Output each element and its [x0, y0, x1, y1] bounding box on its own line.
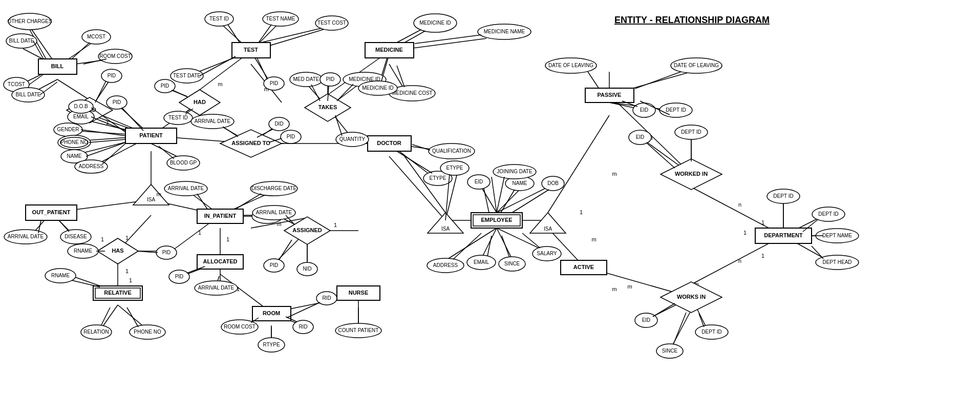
attr-pid-assigned-label: PID — [270, 262, 279, 268]
svg-line-130 — [95, 81, 106, 102]
attr-etype-doctor-label: ETYPE — [430, 175, 446, 181]
svg-line-179 — [484, 189, 489, 213]
attr-address-patient-label: ADDRESS — [79, 163, 104, 169]
entity-doctor-label: DOCTOR — [377, 140, 401, 146]
svg-text:1: 1 — [198, 230, 201, 236]
attr-arrival-date-out-label: ARRIVAL DATE — [8, 234, 44, 239]
svg-line-141 — [228, 25, 240, 43]
entity-room-label: ROOM — [263, 310, 280, 316]
attr-blood-gp-label: BLOOD GP — [170, 160, 197, 166]
svg-line-126 — [72, 43, 90, 59]
attr-eid-works-in-label: EID — [642, 317, 651, 323]
attr-etype-employee-label: ETYPE — [446, 165, 463, 171]
entity-department-label: DEPARTMENT — [764, 232, 803, 238]
relationship-assigned-to-label: ASSIGNED TO — [231, 140, 270, 146]
svg-text:1: 1 — [334, 222, 337, 228]
svg-text:1: 1 — [125, 235, 129, 241]
attr-pid-takes-label: PID — [326, 76, 335, 82]
attr-med-date-label: MED DATE — [293, 76, 319, 82]
attr-dept-name-label: DEPT NAME — [822, 233, 852, 238]
attr-dept-id-works-in-label: DEPT ID — [701, 329, 721, 335]
svg-text:1: 1 — [125, 268, 129, 274]
svg-line-135 — [86, 142, 125, 156]
attr-pid-has-label: PID — [162, 250, 171, 255]
attr-dob-label: D.O.B — [74, 104, 88, 109]
svg-text:n: n — [738, 258, 741, 264]
diagram-title: ENTITY - RELATIONSHIP DIAGRAM — [614, 15, 770, 25]
er-diagram-container: ENTITY - RELATIONSHIP DIAGRAM 1 n m m — [0, 0, 980, 411]
svg-line-5 — [57, 79, 90, 100]
attr-bill-date-bottom-label: BILL DATE — [16, 92, 41, 97]
svg-line-186 — [497, 177, 504, 213]
attr-joining-date-label: JOINING DATE — [497, 169, 532, 174]
attr-name-patient-label: NAME — [67, 153, 82, 159]
isa-emp1-label: ISA — [441, 226, 450, 232]
svg-line-133 — [81, 130, 125, 136]
svg-text:m: m — [218, 81, 222, 87]
entity-nurse-label: NURSE — [349, 290, 369, 296]
entity-medicine-label: MEDICINE — [375, 47, 403, 53]
attr-salary-label: SALARY — [537, 251, 557, 256]
attr-rname-has-label: RNAME — [74, 248, 92, 254]
svg-text:1: 1 — [101, 236, 104, 242]
relationship-assigned-label: ASSIGNED — [292, 227, 322, 233]
svg-line-167 — [218, 276, 219, 281]
entity-patient-label: PATIENT — [139, 132, 163, 138]
entity-employee-label: EMPLOYEE — [481, 217, 512, 223]
attr-phone-no-label: PHONE NO — [60, 139, 88, 145]
attr-arrival-date-in-label: ARRIVAL DATE — [168, 186, 204, 191]
svg-line-198 — [653, 303, 675, 317]
svg-line-161 — [197, 194, 207, 209]
attr-nid-label: NID — [303, 266, 311, 272]
relationship-works-in-label: WORKS IN — [677, 294, 706, 300]
attr-rname-relative-label: RNAME — [51, 273, 70, 278]
entity-test-label: TEST — [244, 47, 258, 53]
svg-line-146 — [311, 85, 320, 101]
relationship-worked-in-label: WORKED IN — [675, 171, 708, 177]
attr-rid-room-label: RID — [299, 324, 307, 330]
attr-arrival-date-allocated-label: ARRIVAL DATE — [198, 285, 235, 291]
attr-eid-employee-label: EID — [475, 179, 483, 184]
svg-line-51 — [389, 156, 445, 220]
attr-test-cost-label: TEST COST — [317, 20, 346, 26]
svg-line-160 — [59, 220, 69, 232]
attr-address-employee-label: ADDRESS — [433, 262, 458, 268]
entity-in-patient-label: IN_PATIENT — [204, 213, 237, 219]
isa-patient-label: ISA — [147, 197, 155, 202]
attr-dept-id-passive-label: DEPT ID — [666, 107, 686, 113]
attr-bill-date-top-label: BILL DATE — [9, 38, 34, 44]
svg-text:1: 1 — [226, 236, 229, 242]
attr-rtype-label: RTYPE — [263, 342, 280, 347]
attr-discharge-date-label: DISCHARGE DATE — [251, 186, 296, 191]
entity-out-patient-label: OUT_PATIENT — [32, 209, 71, 215]
attr-room-cost-bill-label: ROOM COST — [99, 53, 131, 59]
isa-emp2-label: ISA — [544, 226, 552, 232]
svg-line-162 — [236, 194, 261, 209]
svg-line-137 — [122, 108, 143, 131]
entity-allocated-label: ALLOCATED — [203, 258, 237, 264]
attr-dept-id-worked-in-label: DEPT ID — [681, 129, 701, 135]
svg-line-181 — [512, 190, 549, 213]
attr-gender-label: GENDER — [57, 127, 79, 132]
attr-medicine-id-lower-label: MEDICINE ID — [362, 85, 394, 91]
svg-text:1: 1 — [580, 209, 583, 215]
entity-bill-label: BILL — [51, 63, 64, 69]
attr-qualification-label: QUALIFICATION — [432, 148, 471, 154]
svg-line-166 — [187, 266, 205, 273]
attr-relation-label: RELATION — [83, 329, 109, 335]
er-diagram-svg: ENTITY - RELATIONSHIP DIAGRAM 1 n m m — [0, 0, 980, 411]
relationship-had-label: HAD — [194, 99, 206, 105]
entity-relative-label: RELATIVE — [104, 290, 132, 296]
svg-text:1: 1 — [761, 219, 764, 225]
svg-line-192 — [646, 142, 675, 168]
attr-date-leaving-passive-left-label: DATE OF LEAVING — [548, 63, 593, 68]
svg-line-189 — [635, 72, 681, 89]
svg-line-185 — [502, 236, 509, 257]
attr-pid-allocated-label: PID — [175, 274, 184, 279]
attr-test-date-label: TEST DATE — [173, 73, 201, 78]
svg-text:m: m — [156, 191, 161, 197]
svg-line-171 — [279, 240, 292, 260]
attr-eid-passive-label: EID — [640, 107, 649, 113]
svg-line-177 — [287, 302, 320, 318]
attr-eid-worked-in-label: EID — [636, 134, 645, 140]
